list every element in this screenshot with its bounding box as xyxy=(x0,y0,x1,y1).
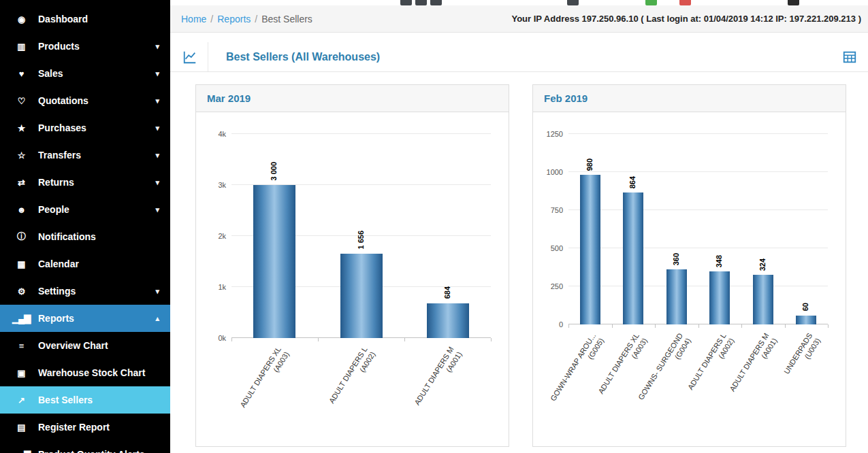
navbar-mini-icon[interactable] xyxy=(679,0,691,5)
sidebar-item-products[interactable]: ▥Products▾ xyxy=(0,33,170,60)
bar-a002[interactable] xyxy=(340,254,383,338)
breadcrumb-best-sellers: Best Sellers xyxy=(261,14,312,24)
x-axis-tick xyxy=(404,338,405,341)
sidebar-item-quotations[interactable]: ♡Quotations▾ xyxy=(0,87,170,114)
bar-a001[interactable] xyxy=(753,275,773,324)
sidebar-item-label: Settings xyxy=(38,286,76,297)
y-axis: 025050075010001250 xyxy=(543,134,568,324)
bar-a002[interactable] xyxy=(709,271,730,324)
sidebar-item-label: Purchases xyxy=(38,122,86,133)
bar-u003[interactable] xyxy=(796,316,816,324)
chevron-down-icon: ▾ xyxy=(155,178,159,187)
dashboard-icon: ◉ xyxy=(12,14,30,24)
y-axis-tick-label: 1000 xyxy=(547,168,563,176)
ip-address-text: Your IP Address 197.250.96.10 ( Last log… xyxy=(511,14,861,24)
sidebar-item-settings[interactable]: ⚙Settings▾ xyxy=(0,278,170,305)
navbar-mini-icon[interactable] xyxy=(645,0,657,5)
gridline xyxy=(568,248,828,248)
bar-value-label: 3 000 xyxy=(270,162,278,181)
sidebar-item-purchases[interactable]: ★Purchases▾ xyxy=(0,114,170,141)
sidebar-item-label: Quotations xyxy=(38,95,89,106)
sidebar-item-transfers[interactable]: ☆Transfers▾ xyxy=(0,141,170,169)
warehouse-chart-icon: ▣ xyxy=(12,368,30,378)
y-axis-tick-label: 750 xyxy=(551,206,563,214)
sidebar-item-label: Calendar xyxy=(38,258,79,269)
alerts-chart-icon: ▁▄▇ xyxy=(12,450,30,453)
panel-title: Best Sellers (All Warehouses) xyxy=(226,51,380,63)
chart-plot-area: 0k1k2k3k4k 3 000ADULT DIAPERS XL(A003)1 … xyxy=(196,112,509,338)
x-axis-label: ADULT DIAPERS M(A001) xyxy=(412,345,464,412)
chevron-down-icon: ▾ xyxy=(155,151,159,160)
sidebar-item-label: Products xyxy=(38,41,80,52)
plot: 3 000ADULT DIAPERS XL(A003)1 656ADULT DI… xyxy=(231,134,491,338)
breadcrumb-separator: / xyxy=(255,14,257,24)
sidebar-item-sales[interactable]: ♥Sales▾ xyxy=(0,60,170,87)
top-navbar-cropped xyxy=(170,0,868,5)
navbar-mini-icon[interactable] xyxy=(567,0,579,5)
list-icon: ≡ xyxy=(12,341,30,351)
gridline xyxy=(568,171,828,172)
x-axis-tick xyxy=(785,324,786,328)
sidebar-item-dashboard[interactable]: ◉Dashboard xyxy=(0,5,170,33)
sidebar-item-label: Returns xyxy=(38,177,74,188)
breadcrumb-home[interactable]: Home xyxy=(181,14,206,24)
x-axis-tick xyxy=(698,324,699,328)
x-axis-label: ADULT DIAPERS L(A002) xyxy=(327,345,378,410)
topbar: Home/Reports/Best Sellers Your IP Addres… xyxy=(170,5,868,33)
navbar-mini-icon[interactable] xyxy=(400,0,412,5)
y-axis-tick-label: 3k xyxy=(218,181,226,189)
sidebar-item-label: Warehouse Stock Chart xyxy=(38,367,145,378)
bar-g004[interactable] xyxy=(666,269,687,324)
bar-chart-icon: ▁▄▇ xyxy=(12,314,30,324)
sidebar-item-returns[interactable]: ⇄Returns▾ xyxy=(0,169,170,196)
y-axis: 0k1k2k3k4k xyxy=(206,134,231,338)
breadcrumb-reports[interactable]: Reports xyxy=(217,14,251,24)
sidebar-item-overview-chart[interactable]: ≡Overview Chart xyxy=(0,332,170,359)
gridline xyxy=(568,209,828,210)
x-axis-tick xyxy=(231,338,232,341)
sidebar-item-register-report[interactable]: ▤Register Report xyxy=(0,414,170,441)
sidebar-item-product-quantity-alerts[interactable]: ▁▄▇Product Quantity Alerts xyxy=(0,441,170,453)
info-icon: ⓘ xyxy=(12,231,30,243)
sidebar-item-warehouse-stock-chart[interactable]: ▣Warehouse Stock Chart xyxy=(0,359,170,386)
sidebar-item-label: People xyxy=(38,204,69,215)
barcode-icon: ▥ xyxy=(12,41,30,52)
sidebar-item-reports[interactable]: ▁▄▇Reports▴ xyxy=(0,305,170,332)
sidebar-item-label: Reports xyxy=(38,313,74,324)
main-content: Home/Reports/Best Sellers Your IP Addres… xyxy=(170,0,868,453)
y-axis-tick-label: 250 xyxy=(551,282,563,290)
bar-value-label: 60 xyxy=(801,303,809,311)
y-axis-tick-label: 4k xyxy=(218,130,226,138)
sidebar-item-people[interactable]: ☻People▾ xyxy=(0,196,170,223)
bar-value-label: 1 656 xyxy=(357,231,365,250)
line-chart-icon xyxy=(172,42,208,71)
sidebar-item-label: Overview Chart xyxy=(38,340,108,351)
bar-g005[interactable] xyxy=(580,175,600,324)
chart-title: Mar 2019 xyxy=(196,85,509,112)
y-axis-tick-label: 0 xyxy=(559,320,563,329)
chevron-down-icon: ▾ xyxy=(155,42,159,51)
bar-value-label: 684 xyxy=(443,286,451,299)
sidebar-item-calendar[interactable]: ▦Calendar xyxy=(0,250,170,278)
x-axis-label: GOWN-WRAP AROU...(G005) xyxy=(549,331,607,408)
navbar-mini-icon[interactable] xyxy=(788,0,799,5)
table-view-button[interactable] xyxy=(842,50,857,65)
sidebar-item-best-sellers[interactable]: ↗Best Sellers xyxy=(0,386,170,414)
sidebar-menu: ◉Dashboard▥Products▾♥Sales▾♡Quotations▾★… xyxy=(0,5,170,453)
bar-a003[interactable] xyxy=(253,185,295,338)
charts-row: Mar 2019 0k1k2k3k4k 3 000ADULT DIAPERS X… xyxy=(170,72,868,447)
plot: 980GOWN-WRAP AROU...(G005)864ADULT DIAPE… xyxy=(568,134,828,324)
bar-value-label: 980 xyxy=(585,158,594,171)
bar-a001[interactable] xyxy=(427,303,469,338)
sidebar-item-label: Sales xyxy=(38,68,63,79)
navbar-mini-icon[interactable] xyxy=(415,0,427,5)
navbar-mini-icon[interactable] xyxy=(430,0,442,5)
sidebar-item-notifications[interactable]: ⓘNotifications xyxy=(0,223,170,250)
y-axis-tick-label: 500 xyxy=(551,244,563,252)
x-axis-tick xyxy=(655,324,656,328)
bar-a003[interactable] xyxy=(623,192,643,324)
chevron-up-icon: ▴ xyxy=(155,314,159,323)
heart-outline-icon: ♡ xyxy=(12,96,30,106)
bar-value-label: 864 xyxy=(628,176,637,188)
sidebar-item-label: Dashboard xyxy=(38,14,88,24)
